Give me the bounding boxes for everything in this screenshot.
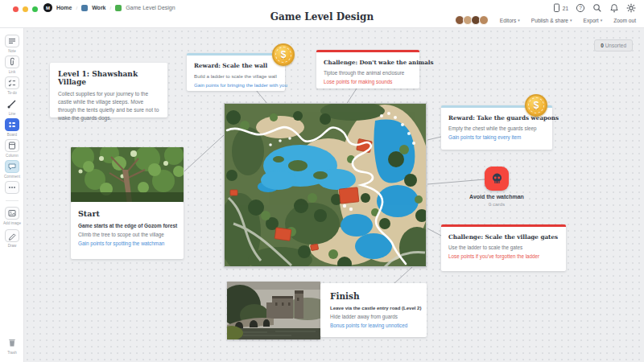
export-label: Export bbox=[584, 18, 599, 23]
forest-photo[interactable] bbox=[71, 147, 184, 202]
card-finish-title: Finish bbox=[330, 291, 417, 301]
watchman-caption: Avoid the watchman 0 cards bbox=[448, 194, 545, 207]
coin-sticker[interactable]: $ bbox=[272, 43, 295, 66]
chevron-down-icon: ▾ bbox=[518, 18, 520, 23]
tool-note[interactable]: Note bbox=[0, 35, 24, 53]
card-challenge-gates-desc: Use the ladder to scale the gates bbox=[448, 245, 559, 250]
zoom-out-label: Zoom out bbox=[613, 18, 636, 23]
link-icon bbox=[5, 56, 19, 68]
column-icon bbox=[5, 139, 19, 152]
castle-photo[interactable] bbox=[227, 282, 320, 339]
tool-link-label: Link bbox=[9, 70, 15, 74]
search-icon bbox=[592, 3, 602, 13]
card-finish-line3: Bonus points for leaving unnoticed bbox=[330, 323, 417, 328]
tool-note-label: Note bbox=[8, 49, 16, 53]
card-finish[interactable]: Finish Leave via the castle entry road (… bbox=[320, 283, 427, 337]
help-button[interactable]: ? bbox=[576, 3, 585, 13]
export-menu[interactable]: Export▾ bbox=[584, 18, 603, 23]
work-board-icon[interactable] bbox=[81, 5, 88, 11]
app-window: M Home / Work / Game Level Design Game L… bbox=[0, 0, 644, 362]
tool-todo[interactable]: To-do bbox=[0, 76, 24, 95]
tool-link[interactable]: Link bbox=[0, 56, 24, 74]
tool-sidebar: Note Link To-do Line Board bbox=[0, 28, 24, 362]
tool-add-image[interactable]: Add image bbox=[0, 207, 24, 225]
tool-draw-label: Draw bbox=[8, 244, 17, 248]
breadcrumb-separator: / bbox=[110, 6, 112, 10]
editors-menu[interactable]: Editors▾ bbox=[500, 18, 520, 23]
card-start-line3: Gain points for spotting the watchman bbox=[78, 241, 176, 246]
card-reward-wall[interactable]: Reward: Scale the wall Build a ladder to… bbox=[187, 53, 285, 91]
tool-line-label: Line bbox=[9, 112, 16, 116]
search-button[interactable] bbox=[592, 3, 602, 13]
device-sync-button[interactable]: 21 bbox=[553, 3, 568, 13]
card-level1-body: Collect supplies for your journey to the… bbox=[58, 90, 159, 122]
tool-board[interactable]: Board bbox=[0, 118, 24, 137]
card-reward-weapons-desc: Empty the chest while the guards sleep bbox=[448, 125, 545, 131]
comment-icon bbox=[5, 160, 19, 173]
level-map-photo[interactable] bbox=[224, 103, 427, 267]
settings-button[interactable] bbox=[626, 3, 636, 13]
unsorted-count: 0 bbox=[601, 43, 604, 48]
tool-more[interactable] bbox=[0, 181, 24, 194]
card-challenge-animals-penalty: Lose points for making sounds bbox=[324, 79, 412, 84]
coin-dollar-glyph: $ bbox=[526, 96, 546, 115]
header-bar: M Home / Work / Game Level Design Game L… bbox=[0, 0, 644, 28]
card-level1[interactable]: Level 1: Shawshank Village Collect suppl… bbox=[50, 63, 167, 117]
card-reward-weapons-bonus: Gain points for taking every item bbox=[448, 134, 545, 140]
draw-icon bbox=[5, 229, 19, 242]
tool-line[interactable]: Line bbox=[0, 97, 24, 116]
tool-board-label: Board bbox=[7, 133, 17, 137]
more-icon bbox=[5, 181, 19, 194]
card-challenge-gates[interactable]: Challenge: Scale the village gates Use t… bbox=[441, 224, 566, 271]
card-finish-line1: Leave via the castle entry road (Level 2… bbox=[330, 306, 417, 311]
breadcrumb-current[interactable]: Game Level Design bbox=[126, 5, 175, 10]
card-challenge-animals[interactable]: Challenge: Don't wake the animals Tiptoe… bbox=[316, 50, 419, 88]
tool-draw[interactable]: Draw bbox=[0, 229, 24, 248]
notifications-button[interactable] bbox=[609, 3, 619, 13]
board-icon bbox=[5, 118, 19, 131]
skull-icon bbox=[490, 172, 504, 186]
phone-icon bbox=[553, 3, 562, 13]
chevron-down-icon: ▾ bbox=[570, 18, 572, 23]
card-challenge-gates-title: Challenge: Scale the village gates bbox=[448, 233, 559, 241]
card-start-title: Start bbox=[78, 209, 176, 218]
card-level1-title: Level 1: Shawshank Village bbox=[58, 70, 159, 86]
editors-menu-label: Editors bbox=[500, 18, 517, 23]
watchman-board-tile[interactable] bbox=[485, 167, 509, 191]
card-start-line2: Climb the tree to scope out the village bbox=[78, 232, 176, 237]
tool-column[interactable]: Column bbox=[0, 139, 24, 158]
publish-share-label: Publish & share bbox=[531, 18, 568, 23]
coin-sticker[interactable]: $ bbox=[525, 94, 547, 117]
add-image-icon bbox=[5, 207, 19, 220]
device-count: 21 bbox=[563, 6, 568, 11]
publish-share-menu[interactable]: Publish & share▾ bbox=[531, 18, 572, 23]
help-icon: ? bbox=[576, 3, 585, 13]
note-icon bbox=[5, 35, 19, 47]
card-start-line1: Game starts at the edge of Gozom forest bbox=[78, 223, 176, 228]
breadcrumb-home[interactable]: Home bbox=[56, 5, 72, 10]
bell-icon bbox=[609, 3, 619, 13]
svg-text:?: ? bbox=[579, 5, 582, 10]
todo-icon bbox=[5, 76, 19, 89]
breadcrumb-separator: / bbox=[76, 6, 77, 10]
tool-todo-label: To-do bbox=[7, 91, 17, 95]
breadcrumb-work[interactable]: Work bbox=[92, 5, 105, 10]
unsorted-badge[interactable]: 0 Unsorted bbox=[594, 39, 633, 51]
trash-button[interactable]: Trash bbox=[0, 336, 24, 355]
current-board-icon[interactable] bbox=[115, 5, 122, 11]
card-finish-line2: Hide ladder away from guards bbox=[330, 314, 417, 319]
gear-icon bbox=[626, 3, 636, 13]
tool-comment[interactable]: Comment bbox=[0, 160, 24, 179]
zoom-out-button[interactable]: Zoom out bbox=[613, 18, 636, 23]
trash-label: Trash bbox=[7, 351, 17, 355]
card-reward-wall-desc: Build a ladder to scale the village wall bbox=[194, 73, 278, 79]
tool-comment-label: Comment bbox=[4, 175, 20, 179]
tool-column-label: Column bbox=[6, 154, 19, 158]
editor-avatars[interactable] bbox=[455, 15, 489, 25]
card-reward-wall-bonus: Gain points for bringing the ladder with… bbox=[194, 82, 278, 88]
card-challenge-animals-title: Challenge: Don't wake the animals bbox=[324, 59, 412, 66]
sidebar-divider bbox=[6, 200, 19, 201]
card-start[interactable]: Start Game starts at the edge of Gozom f… bbox=[71, 202, 184, 259]
chevron-down-icon: ▾ bbox=[601, 18, 603, 23]
coin-dollar-glyph: $ bbox=[274, 45, 293, 64]
